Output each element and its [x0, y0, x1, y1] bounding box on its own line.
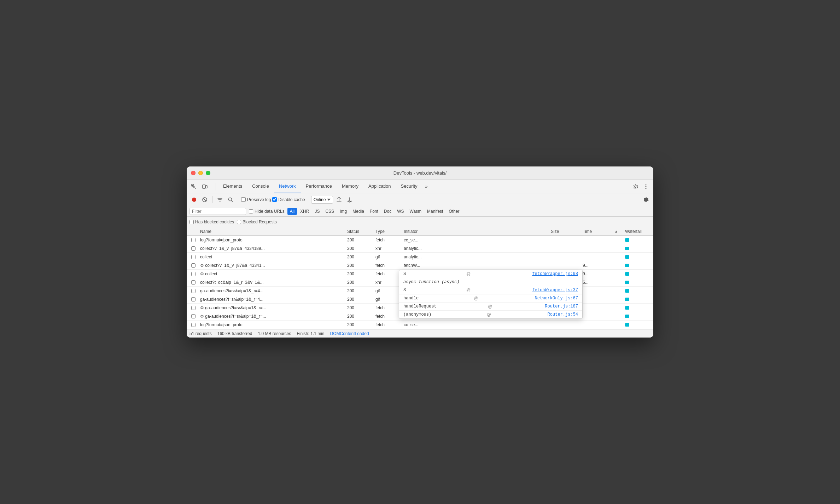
table-row[interactable]: log?format=json_proto 200 fetch cc_se...: [187, 236, 653, 244]
table-row[interactable]: ⚙ collect?v=1&_v=j87&a=43341... 200 fetc…: [187, 261, 653, 270]
row-type: gif: [374, 254, 402, 259]
network-throttle-select[interactable]: Online: [311, 196, 333, 204]
header-waterfall[interactable]: Waterfall: [624, 229, 652, 234]
has-blocked-cookies-checkbox[interactable]: [189, 220, 194, 224]
stack-trace-fn: (anonymous): [403, 312, 431, 317]
header-status[interactable]: Status: [346, 229, 374, 234]
stack-trace-link[interactable]: Router.js:54: [548, 312, 578, 317]
tab-elements[interactable]: Elements: [218, 180, 247, 193]
header-size[interactable]: Size: [549, 229, 581, 234]
row-checkbox[interactable]: [191, 255, 196, 259]
type-filter-doc[interactable]: Doc: [381, 208, 394, 215]
type-filter-manifest[interactable]: Manifest: [425, 208, 445, 215]
header-time[interactable]: Time: [581, 229, 613, 234]
more-options-button[interactable]: [641, 182, 651, 191]
has-blocked-cookies-label[interactable]: Has blocked cookies: [189, 219, 234, 224]
type-filter-font[interactable]: Font: [367, 208, 381, 215]
type-filter-img[interactable]: Img: [337, 208, 349, 215]
header-sort-triangle[interactable]: ▲: [613, 229, 624, 233]
header-name[interactable]: Name: [199, 229, 346, 234]
type-filter-ws[interactable]: WS: [395, 208, 406, 215]
row-checkbox[interactable]: [191, 263, 196, 268]
row-checkbox[interactable]: [191, 280, 196, 285]
disable-cache-checkbox[interactable]: [272, 197, 277, 202]
row-status: 200: [346, 246, 374, 251]
status-dom-content-loaded[interactable]: DOMContentLoaded: [330, 331, 369, 336]
minimize-button[interactable]: [198, 171, 203, 175]
svg-point-6: [192, 198, 196, 202]
row-checkbox[interactable]: [191, 306, 196, 310]
tab-performance[interactable]: Performance: [301, 180, 337, 193]
row-type: xhr: [374, 280, 402, 285]
table-row[interactable]: collect?v=1&_v=j87&a=4334189... 200 xhr …: [187, 244, 653, 253]
type-filter-all[interactable]: All: [287, 208, 297, 215]
status-resources: 1.0 MB resources: [258, 331, 291, 336]
search-button[interactable]: [226, 195, 235, 204]
table-row[interactable]: log?format=json_proto 200 fetch cc_se...: [187, 321, 653, 329]
disable-cache-label[interactable]: Disable cache: [272, 197, 305, 202]
toolbar-divider-3: [308, 196, 308, 203]
type-filter-xhr[interactable]: XHR: [298, 208, 311, 215]
stack-trace-row-5: handleRequest @ Router.js:187: [399, 303, 582, 311]
tab-console[interactable]: Console: [247, 180, 274, 193]
stack-trace-at: @: [488, 304, 494, 309]
stack-trace-link[interactable]: fetchWrapper.js:37: [532, 288, 578, 293]
stack-trace-link[interactable]: NetworkOnly.js:67: [535, 296, 578, 301]
preserve-log-label[interactable]: Preserve log: [241, 197, 271, 202]
download-button[interactable]: [345, 195, 354, 204]
type-filter-media[interactable]: Media: [350, 208, 367, 215]
row-checkbox[interactable]: [191, 323, 196, 327]
more-tabs-button[interactable]: »: [422, 180, 431, 193]
hide-data-urls-label[interactable]: Hide data URLs: [249, 209, 285, 214]
row-checkbox[interactable]: [191, 246, 196, 251]
stack-trace-link[interactable]: Router.js:187: [545, 304, 578, 309]
tab-memory[interactable]: Memory: [337, 180, 363, 193]
header-type[interactable]: Type: [374, 229, 402, 234]
blocked-requests-checkbox[interactable]: [237, 220, 241, 224]
stack-trace-link[interactable]: fetchWrapper.js:98: [532, 271, 578, 276]
row-checkbox[interactable]: [191, 314, 196, 318]
close-button[interactable]: [191, 171, 196, 175]
filter-input[interactable]: [189, 208, 246, 215]
row-type: fetch: [374, 314, 402, 319]
row-waterfall: [624, 306, 652, 310]
type-filter-js[interactable]: JS: [312, 208, 322, 215]
svg-point-4: [646, 186, 647, 187]
settings-button[interactable]: [631, 182, 640, 191]
type-filter-wasm[interactable]: Wasm: [407, 208, 424, 215]
hide-data-urls-checkbox[interactable]: [249, 209, 253, 213]
tab-network[interactable]: Network: [274, 180, 301, 193]
row-time: 5...: [581, 280, 613, 285]
row-status: 200: [346, 280, 374, 285]
maximize-button[interactable]: [206, 171, 210, 175]
row-name: collect?v=1&_v=j87&a=4334189...: [199, 246, 346, 251]
table-row[interactable]: collect 200 gif analytic...: [187, 253, 653, 261]
device-toolbar-button[interactable]: [200, 182, 209, 191]
row-type: fetch: [374, 322, 402, 327]
header-initiator[interactable]: Initiator: [402, 229, 549, 234]
type-filter-other[interactable]: Other: [446, 208, 462, 215]
stack-trace-row-3: S @ fetchWrapper.js:37: [399, 286, 582, 294]
filter-button[interactable]: [215, 195, 224, 204]
blocked-requests-label[interactable]: Blocked Requests: [237, 219, 277, 224]
row-type: fetch: [374, 263, 402, 268]
inspect-tool-button[interactable]: [189, 182, 199, 191]
row-time: 9...: [581, 271, 613, 276]
stack-trace-fn: S: [403, 271, 406, 276]
stack-trace-fn: handleRequest: [403, 304, 437, 309]
row-checkbox[interactable]: [191, 289, 196, 293]
clear-button[interactable]: [200, 195, 209, 204]
row-name: ⚙ ga-audiences?t=sr&aip=1&_r=...: [199, 314, 346, 319]
row-checkbox[interactable]: [191, 238, 196, 242]
row-checkbox[interactable]: [191, 297, 196, 301]
network-main: Name Status Type Initiator Size Time ▲ W…: [187, 227, 653, 329]
preserve-log-checkbox[interactable]: [241, 197, 246, 202]
record-button[interactable]: [189, 195, 199, 204]
tab-security[interactable]: Security: [396, 180, 422, 193]
row-checkbox[interactable]: [191, 272, 196, 276]
upload-button[interactable]: [334, 195, 344, 204]
type-filter-css[interactable]: CSS: [323, 208, 337, 215]
top-tabs-bar: Elements Console Network Performance Mem…: [187, 180, 653, 193]
network-settings-button[interactable]: [641, 195, 651, 204]
tab-application[interactable]: Application: [363, 180, 396, 193]
